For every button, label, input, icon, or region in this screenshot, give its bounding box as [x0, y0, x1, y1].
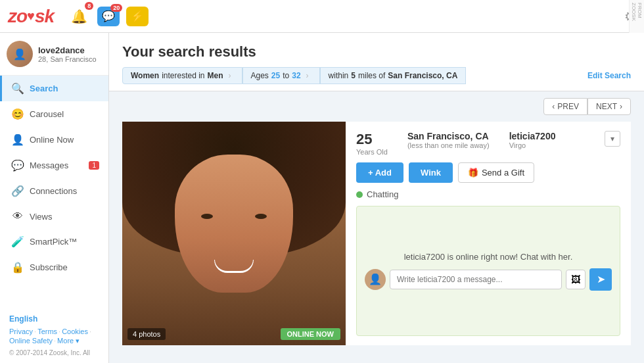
photo-badges: 4 photos ONLINE NOW — [122, 323, 346, 345]
terms-link[interactable]: Terms — [37, 327, 57, 335]
username-block: leticia7200 Virgo — [509, 131, 556, 156]
sidebar-item-connections[interactable]: 🔗 Connections — [0, 178, 108, 204]
gift-label: Send a Gift — [482, 168, 524, 178]
notification-bell[interactable]: 🔔 8 — [67, 5, 91, 28]
sidebar-item-carousel[interactable]: 😊 Carousel — [0, 101, 108, 127]
location-block: San Francisco, CA (less than one mile aw… — [407, 131, 490, 156]
online-safety-link[interactable]: Online Safety — [9, 337, 53, 345]
filter-gender-value: Women — [131, 71, 159, 80]
sidebar-item-subscribe[interactable]: 🔒 Subscribe — [0, 254, 108, 280]
profile-card: 4 photos ONLINE NOW 25 Years Old — [122, 122, 631, 345]
cookies-link[interactable]: Cookies — [62, 327, 88, 335]
sidebar-label-carousel: Carousel — [30, 109, 64, 119]
next-button[interactable]: NEXT › — [587, 98, 631, 115]
from-zoosk-label: FROM ZOOSK — [629, 0, 644, 33]
logo[interactable]: zo ♥ sk — [8, 6, 54, 27]
more-link[interactable]: More ▾ — [57, 337, 80, 345]
filter-location-value: San Francisco, CA — [388, 71, 457, 80]
sidebar-item-smartpick[interactable]: 🧪 SmartPick™ — [0, 229, 108, 254]
profile-main-info: 25 Years Old San Francisco, CA (less tha… — [356, 131, 555, 156]
chatting-status: Chatting — [356, 189, 620, 199]
chat-area: leticia7200 is online right now! Chat wi… — [356, 206, 620, 336]
filter-gender[interactable]: Women interested in Men › — [122, 67, 242, 84]
chat-input[interactable] — [390, 270, 562, 289]
profile-age: 25 — [356, 131, 388, 148]
zap-icon: ⚡ — [131, 10, 144, 22]
bell-badge: 8 — [85, 2, 93, 10]
header-nav-icons: 🔔 8 💬 20 ⚡ — [67, 5, 149, 28]
content-header: Your search results Women interested in … — [109, 33, 644, 91]
subscribe-icon: 🔒 — [11, 261, 24, 274]
photos-count: 4 photos — [127, 328, 166, 340]
emoji-icon: 🖼 — [571, 274, 580, 285]
user-info[interactable]: 👤 love2dance 28, San Francisco — [0, 33, 108, 76]
header: zo ♥ sk 🔔 8 💬 20 ⚡ ⚙ FROM ZOOSK — [0, 0, 644, 33]
gift-icon: 🎁 — [468, 168, 478, 178]
user-details: love2dance 28, San Francisco — [38, 45, 97, 63]
filters-row: Women interested in Men › Ages 25 to 32 … — [122, 67, 631, 84]
filter-age-max: 32 — [292, 71, 300, 80]
main-layout: 👤 love2dance 28, San Francisco 🔍 Search … — [0, 33, 644, 363]
sidebar: 👤 love2dance 28, San Francisco 🔍 Search … — [0, 33, 109, 363]
sidebar-label-messages: Messages — [30, 160, 68, 170]
gift-button[interactable]: 🎁 Send a Gift — [458, 162, 534, 183]
views-icon: 👁 — [11, 210, 24, 222]
location-sub: (less than one mile away) — [407, 141, 490, 149]
emoji-button[interactable]: 🖼 — [566, 270, 586, 289]
content: Your search results Women interested in … — [109, 33, 644, 363]
page-title: Your search results — [122, 43, 631, 60]
prev-button[interactable]: ‹ PREV — [543, 98, 587, 115]
add-button[interactable]: + Add — [356, 162, 403, 183]
language-selector[interactable]: English — [9, 314, 99, 324]
sidebar-nav: 🔍 Search 😊 Carousel 👤 Online Now 💬 Messa… — [0, 76, 108, 308]
footer-links: Privacy · Terms · Cookies · Online Safet… — [9, 327, 99, 345]
online-badge: ONLINE NOW — [281, 328, 341, 340]
privacy-link[interactable]: Privacy — [9, 327, 33, 335]
profile-top: 25 Years Old San Francisco, CA (less tha… — [356, 131, 620, 156]
age-label: Years Old — [356, 148, 388, 156]
filter-age-min: 25 — [271, 71, 280, 80]
chatting-label: Chatting — [367, 189, 398, 199]
username-label: love2dance — [38, 45, 97, 55]
chat-online-msg: leticia7200 is online right now! Chat wi… — [365, 252, 612, 262]
search-filters: Women interested in Men › Ages 25 to 32 … — [122, 67, 466, 84]
sidebar-label-views: Views — [30, 212, 52, 222]
profile-location: San Francisco, CA — [407, 131, 490, 141]
zap-icon-wrap[interactable]: ⚡ — [126, 7, 149, 26]
profile-info: 25 Years Old San Francisco, CA (less tha… — [346, 122, 631, 345]
sidebar-item-messages[interactable]: 💬 Messages 1 — [0, 153, 108, 178]
search-icon: 🔍 — [11, 82, 24, 95]
carousel-icon: 😊 — [11, 108, 24, 120]
bell-icon: 🔔 — [71, 9, 87, 24]
sidebar-item-online-now[interactable]: 👤 Online Now — [0, 127, 108, 153]
wink-button[interactable]: Wink — [409, 162, 453, 183]
expand-button[interactable]: ▾ — [605, 131, 620, 147]
send-button[interactable]: ➤ — [589, 268, 612, 291]
sidebar-item-search[interactable]: 🔍 Search — [0, 76, 108, 101]
filter-interest-value: Men — [208, 71, 223, 80]
message-badge: 20 — [110, 4, 122, 12]
smartpick-icon: 🧪 — [11, 235, 24, 248]
filter-location[interactable]: within 5 miles of San Francisco, CA — [320, 67, 467, 84]
message-icon-wrap[interactable]: 💬 20 — [97, 7, 120, 26]
pagination: ‹ PREV NEXT › — [122, 98, 631, 115]
sidebar-label-connections: Connections — [30, 186, 77, 196]
filter-age[interactable]: Ages 25 to 32 › — [242, 67, 320, 84]
send-icon: ➤ — [597, 273, 605, 285]
avatar: 👤 — [7, 41, 33, 67]
user-meta: 28, San Francisco — [38, 55, 97, 63]
sidebar-item-views[interactable]: 👁 Views — [0, 204, 108, 229]
profile-username: leticia7200 — [509, 131, 556, 141]
messages-icon: 💬 — [11, 159, 24, 172]
copyright: © 2007-2014 Zoosk, Inc. All — [9, 349, 99, 356]
sidebar-label-subscribe: Subscribe — [30, 262, 68, 272]
sidebar-footer: English Privacy · Terms · Cookies · Onli… — [0, 308, 108, 363]
profile-photo[interactable]: 4 photos ONLINE NOW — [122, 122, 346, 345]
chat-avatar: 👤 — [365, 269, 386, 290]
sidebar-label-search: Search — [30, 84, 58, 93]
action-buttons: + Add Wink 🎁 Send a Gift — [356, 162, 620, 183]
connections-icon: 🔗 — [11, 185, 24, 197]
messages-badge: 1 — [89, 161, 99, 170]
message-icon: 💬 — [102, 10, 115, 22]
edit-search-button[interactable]: Edit Search — [587, 71, 631, 80]
